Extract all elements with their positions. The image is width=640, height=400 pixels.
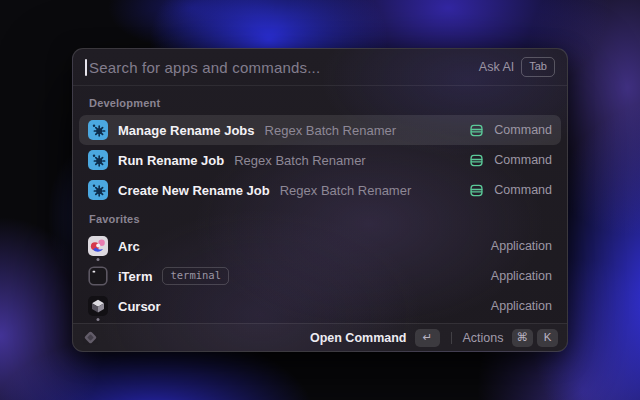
- command-icon: [469, 183, 484, 198]
- cmd-key-badge: ⌘: [512, 329, 534, 347]
- actions-button[interactable]: Actions: [463, 331, 504, 345]
- list-item-subtitle: Regex Batch Renamer: [265, 123, 397, 138]
- open-command-button[interactable]: Open Command: [310, 331, 407, 345]
- results-list: Development Manage Rename Jobs Regex Bat…: [73, 86, 567, 323]
- section-header-development: Development: [79, 89, 561, 115]
- iterm-app-icon: [88, 266, 108, 286]
- list-item-type: Application: [491, 269, 552, 283]
- regex-batch-renamer-icon: [88, 150, 108, 170]
- cursor-app-icon: [88, 296, 108, 316]
- list-item-type: Command: [494, 123, 552, 137]
- list-item-subtitle: Regex Batch Renamer: [280, 183, 412, 198]
- command-icon: [469, 123, 484, 138]
- list-item-type: Application: [491, 299, 552, 313]
- list-item[interactable]: Create New Rename Job Regex Batch Rename…: [79, 175, 561, 205]
- regex-batch-renamer-icon: [88, 180, 108, 200]
- running-indicator: [97, 258, 100, 261]
- list-item[interactable]: Arc Application: [79, 231, 561, 261]
- search-bar: Search for apps and commands... Ask AI T…: [73, 49, 567, 86]
- list-item-title: Create New Rename Job: [118, 183, 270, 198]
- launcher-window: Search for apps and commands... Ask AI T…: [72, 48, 568, 352]
- return-key-badge: ↵: [415, 329, 440, 347]
- ask-ai-action[interactable]: Ask AI Tab: [479, 57, 555, 77]
- tab-key-badge: Tab: [521, 57, 555, 77]
- list-item[interactable]: Cursor Application: [79, 291, 561, 321]
- text-cursor: [85, 59, 87, 76]
- arc-app-icon: [88, 236, 108, 256]
- list-item-subtitle: Regex Batch Renamer: [234, 153, 366, 168]
- ask-ai-label: Ask AI: [479, 60, 514, 74]
- search-input[interactable]: Search for apps and commands...: [89, 59, 479, 76]
- footer-divider: [451, 332, 452, 344]
- list-item-title: iTerm: [118, 269, 152, 284]
- list-item-type: Command: [494, 153, 552, 167]
- list-item-type: Application: [491, 239, 552, 253]
- section-header-favorites: Favorites: [79, 205, 561, 231]
- keyword-badge: terminal: [162, 267, 229, 285]
- list-item-type: Command: [494, 183, 552, 197]
- command-icon: [469, 153, 484, 168]
- regex-batch-renamer-icon: [88, 120, 108, 140]
- list-item[interactable]: Run Rename Job Regex Batch Renamer Comma…: [79, 145, 561, 175]
- running-indicator: [97, 318, 100, 321]
- k-key-badge: K: [537, 329, 558, 347]
- list-item-title: Cursor: [118, 299, 161, 314]
- list-item-title: Run Rename Job: [118, 153, 224, 168]
- list-item-title: Manage Rename Jobs: [118, 123, 255, 138]
- list-item-title: Arc: [118, 239, 140, 254]
- list-item[interactable]: iTerm terminal Application: [79, 261, 561, 291]
- raycast-logo-icon: [82, 329, 99, 346]
- list-item[interactable]: Manage Rename Jobs Regex Batch Renamer C…: [79, 115, 561, 145]
- action-bar: Open Command ↵ Actions ⌘ K: [73, 323, 567, 351]
